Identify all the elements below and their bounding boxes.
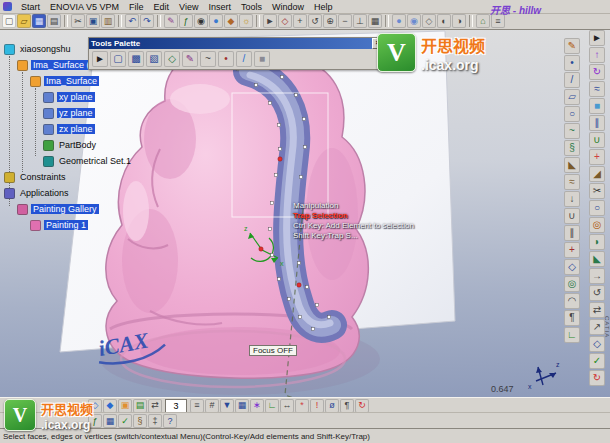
help-doc-icon[interactable]: ? [163,414,177,428]
join-icon[interactable]: ∪ [589,132,605,148]
circle-icon[interactable]: ○ [564,106,580,122]
print-icon[interactable]: ▤ [47,14,61,28]
control-point[interactable] [271,202,274,205]
zoom-out-icon[interactable]: − [338,14,352,28]
tree-item-applications[interactable]: Applications [2,186,162,200]
select-icon[interactable]: ► [589,30,605,46]
update-assembly-icon[interactable]: ↻ [355,399,369,413]
control-point[interactable] [312,328,315,331]
split-icon[interactable]: ◢ [589,166,605,182]
tree-item-painting-gallery[interactable]: Painting Gallery [2,202,162,216]
analysis-icon[interactable]: ✓ [589,353,605,369]
face-filter-icon[interactable]: ■ [254,51,270,67]
new-product-icon[interactable]: ◆ [103,399,117,413]
offset-surface-icon[interactable]: ∥ [589,115,605,131]
lock-icon[interactable]: ‡ [148,414,162,428]
control-point[interactable] [316,304,319,307]
menu-enovia-v5-vpm[interactable]: ENOVIA V5 VPM [45,2,124,12]
explode-icon[interactable]: * [295,399,309,413]
existing-component-icon[interactable]: ▤ [133,399,147,413]
spline-icon[interactable]: ~ [564,123,580,139]
chamfer-icon[interactable]: ◣ [589,251,605,267]
tree-item-yz-plane[interactable]: yz plane [2,106,162,120]
control-point[interactable] [278,278,281,281]
trim-icon[interactable]: ✂ [589,183,605,199]
update-icon[interactable]: ↻ [589,370,605,386]
vertex-filter-icon[interactable]: • [218,51,234,67]
tree-item-zx-plane[interactable]: zx plane [2,122,162,136]
parallel-curve-icon[interactable]: ∥ [564,225,580,241]
rotate-view-icon[interactable]: ↺ [308,14,322,28]
new-part-icon[interactable]: ▣ [118,399,132,413]
sketcher-icon[interactable]: ✎ [564,38,580,54]
paint-stroke-select-icon[interactable]: ✎ [182,51,198,67]
tree-item-constraints[interactable]: Constraints [2,170,162,184]
tree-item-xy-plane[interactable]: xy plane [2,90,162,104]
selective-load-icon[interactable]: ▼ [220,399,234,413]
control-point[interactable] [295,94,298,97]
render-sphere-icon[interactable]: ● [209,14,223,28]
rotate-object-icon[interactable]: ↺ [589,285,605,301]
fly-mode-icon[interactable]: ► [263,14,277,28]
constraint-tool-icon[interactable]: ∟ [564,327,580,343]
point-icon[interactable]: • [564,55,580,71]
control-point[interactable] [281,76,284,79]
healing-icon[interactable]: + [589,149,605,165]
save-icon[interactable]: ▦ [32,14,46,28]
instance-count-field[interactable]: 3 [165,399,187,413]
camera-capture-icon[interactable]: ◉ [194,14,208,28]
free-hand-select-icon[interactable]: ~ [200,51,216,67]
projection-icon[interactable]: ↓ [564,191,580,207]
helix-icon[interactable]: § [564,140,580,156]
text-annotation-icon[interactable]: ¶ [564,310,580,326]
tree-item-partbody[interactable]: PartBody [2,138,162,152]
shading-edges-icon[interactable]: ◉ [407,14,421,28]
control-point[interactable] [306,286,309,289]
menu-window[interactable]: Window [267,2,309,12]
control-point[interactable] [299,316,302,319]
hide-show-icon[interactable]: ◐ [437,14,451,28]
extract-icon[interactable]: ◎ [589,217,605,233]
rectangle-trap-icon[interactable]: ▢ [110,51,126,67]
shading-icon[interactable]: ● [392,14,406,28]
clash-icon[interactable]: ! [310,399,324,413]
conic-icon[interactable]: ◠ [564,293,580,309]
control-point[interactable] [269,228,272,231]
intersecting-trap-icon[interactable]: ▩ [128,51,144,67]
design-table-icon[interactable]: ▦ [103,414,117,428]
isometric-view-icon[interactable]: ⌂ [476,14,490,28]
menu-help[interactable]: Help [309,2,338,12]
menu-view[interactable]: View [174,2,203,12]
control-point[interactable] [255,84,258,87]
wireframe-surface-icon[interactable]: ◇ [589,336,605,352]
multi-instantiation-icon[interactable]: ∗ [250,399,264,413]
selected-control-point[interactable] [297,283,301,287]
redo-icon[interactable]: ↷ [140,14,154,28]
fill-surface-icon[interactable]: ■ [589,98,605,114]
translate-icon[interactable]: → [589,268,605,284]
generate-numbering-icon[interactable]: # [205,399,219,413]
connect-curve-icon[interactable]: ≈ [564,174,580,190]
tools-palette-titlebar[interactable]: Tools Palette × [89,38,385,49]
control-point[interactable] [269,102,272,105]
symmetry-icon[interactable]: ⇄ [589,302,605,318]
polygon-trap-icon[interactable]: ◇ [164,51,180,67]
menu-insert[interactable]: Insert [203,2,236,12]
select-arrow-icon[interactable]: ► [92,51,108,67]
knowledge-formula-icon[interactable]: ƒ [179,14,193,28]
axis-icon[interactable]: + [564,242,580,258]
new-document-icon[interactable]: ▢ [2,14,16,28]
multi-view-icon[interactable]: ▦ [368,14,382,28]
scaling-icon[interactable]: ↗ [589,319,605,335]
view-compass[interactable]: x z [528,361,560,390]
intersection-icon[interactable]: ∪ [564,208,580,224]
replace-component-icon[interactable]: ⇄ [148,399,162,413]
tools-palette-window[interactable]: Tools Palette × ►▢▩▧◇✎~•/■ [88,37,386,70]
check-analysis-icon[interactable]: ✓ [118,414,132,428]
control-point[interactable] [278,124,281,127]
boundary-icon[interactable]: ○ [589,200,605,216]
wireframe-icon[interactable]: ◇ [422,14,436,28]
control-point[interactable] [275,174,278,177]
apply-material-icon[interactable]: ◆ [224,14,238,28]
fillet-surface-icon[interactable]: ◗ [589,234,605,250]
